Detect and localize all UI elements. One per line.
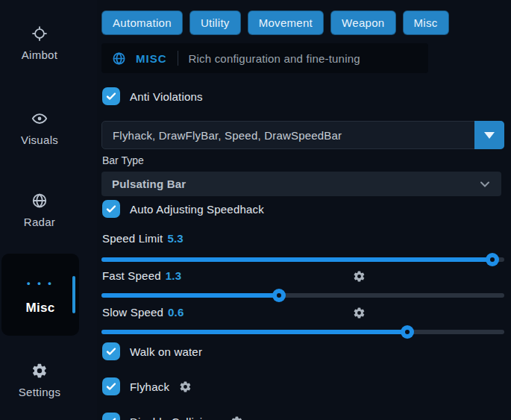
sidebar-label-aimbot: Aimbot — [0, 48, 79, 61]
speed-limit-label: Speed Limit5.3 — [102, 232, 184, 245]
checkbox-row-flyhack[interactable]: Flyhack — [102, 377, 192, 396]
category-tabs: Automation Utility Movement Weapon Misc — [101, 10, 449, 35]
tab-automation[interactable]: Automation — [101, 10, 183, 35]
check-icon — [106, 416, 116, 420]
check-icon — [106, 91, 116, 101]
slider-fill — [101, 293, 279, 298]
check-icon — [106, 346, 116, 357]
bar-type-value: Pulsating Bar — [112, 178, 186, 190]
speed-limit-value: 5.3 — [167, 232, 183, 245]
globe-icon — [31, 192, 48, 209]
sidebar-item-settings[interactable]: Settings — [0, 363, 79, 398]
slow-speed-gear-icon[interactable] — [353, 307, 366, 319]
auto-adjusting-label: Auto Adjusting Speedhack — [130, 203, 264, 216]
disable-collisions-label: Disable Collisions — [130, 416, 221, 420]
bar-type-label: Bar Type — [102, 154, 144, 166]
tab-movement[interactable]: Movement — [248, 10, 324, 35]
globe-icon — [112, 51, 126, 66]
sidebar-label-visuals: Visuals — [0, 134, 79, 146]
slow-speed-label: Slow Speed0.6 — [102, 306, 184, 319]
disable-collisions-gear-icon[interactable] — [231, 416, 243, 420]
section-title: MISC — [136, 52, 167, 65]
fast-speed-text: Fast Speed — [102, 269, 161, 282]
chevron-down-icon — [479, 178, 491, 190]
speed-limit-slider[interactable] — [101, 252, 504, 267]
walk-on-water-checkbox[interactable] — [102, 342, 120, 360]
feature-multiselect[interactable]: Flyhack, DrawFlyBar, Speed, DrawSpeedBar — [101, 121, 504, 149]
sidebar-item-visuals[interactable]: Visuals — [0, 110, 79, 146]
check-icon — [106, 204, 116, 214]
active-indicator-bar — [72, 276, 75, 313]
section-header: MISC Rich configuration and fine-tuning — [101, 43, 428, 73]
auto-adjusting-checkbox[interactable] — [102, 200, 120, 218]
slider-handle[interactable] — [486, 253, 499, 266]
tab-utility[interactable]: Utility — [189, 10, 241, 35]
slider-handle[interactable] — [401, 325, 414, 339]
sidebar: Aimbot Visuals Radar • • • Misc — [0, 0, 97, 420]
checkbox-row-auto-adjusting[interactable]: Auto Adjusting Speedhack — [102, 199, 264, 219]
multiselect-dropdown-button[interactable] — [474, 121, 504, 149]
check-icon — [106, 381, 116, 392]
checkbox-row-walk-on-water[interactable]: Walk on water — [102, 342, 202, 361]
dots-icon: • • • — [1, 278, 79, 289]
eye-icon — [31, 110, 48, 127]
triangle-down-icon — [484, 132, 495, 139]
sidebar-item-radar[interactable]: Radar — [0, 192, 79, 228]
main-content: Automation Utility Movement Weapon Misc … — [101, 0, 504, 420]
section-subtitle: Rich configuration and fine-tuning — [189, 52, 360, 65]
disable-collisions-checkbox[interactable] — [102, 413, 120, 420]
flyhack-label: Flyhack — [130, 380, 169, 393]
walk-on-water-label: Walk on water — [130, 345, 202, 358]
crosshair-icon — [31, 25, 48, 42]
slow-speed-slider[interactable] — [101, 325, 504, 339]
sidebar-label-settings: Settings — [0, 386, 79, 398]
tab-misc[interactable]: Misc — [403, 10, 449, 35]
anti-violations-checkbox[interactable] — [102, 87, 120, 105]
anti-violations-label: Anti Violations — [130, 90, 203, 103]
fast-speed-gear-icon[interactable] — [353, 270, 366, 283]
checkbox-row-anti-violations[interactable]: Anti Violations — [102, 87, 203, 106]
fast-speed-label: Fast Speed1.3 — [102, 269, 181, 282]
slider-fill — [101, 257, 492, 262]
sidebar-label-radar: Radar — [0, 216, 79, 228]
fast-speed-slider[interactable] — [101, 288, 504, 303]
bar-type-select[interactable]: Pulsating Bar — [101, 172, 501, 196]
fast-speed-value: 1.3 — [166, 269, 181, 282]
sidebar-label-misc: Misc — [1, 301, 79, 316]
speed-limit-text: Speed Limit — [102, 232, 163, 245]
slow-speed-value: 0.6 — [168, 306, 184, 319]
slider-fill — [101, 330, 407, 334]
sidebar-item-misc[interactable]: • • • Misc — [1, 254, 79, 336]
slow-speed-text: Slow Speed — [102, 306, 163, 319]
checkbox-row-disable-collisions[interactable]: Disable Collisions — [102, 412, 243, 420]
multiselect-value: Flyhack, DrawFlyBar, Speed, DrawSpeedBar — [102, 129, 475, 142]
slider-handle[interactable] — [272, 289, 286, 302]
gear-icon — [31, 363, 48, 379]
sidebar-item-aimbot[interactable]: Aimbot — [0, 25, 79, 61]
tab-weapon[interactable]: Weapon — [330, 10, 395, 35]
header-divider — [178, 51, 178, 66]
flyhack-gear-icon[interactable] — [179, 380, 192, 393]
flyhack-checkbox[interactable] — [102, 377, 120, 395]
